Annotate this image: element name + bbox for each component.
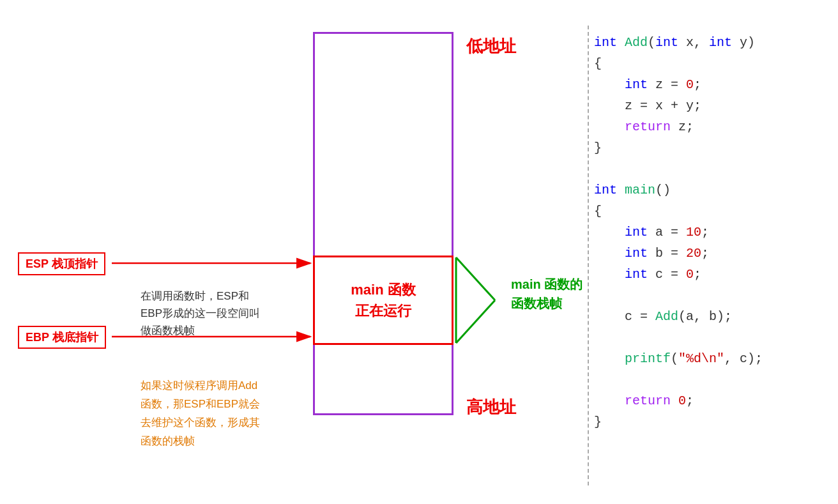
code-line-blank1 <box>594 158 763 179</box>
stack-frame-label: main 函数的 函数栈帧 <box>511 275 583 313</box>
divider-line <box>588 26 589 485</box>
svg-line-5 <box>456 300 495 343</box>
high-address-label: 高地址 <box>466 396 516 418</box>
code-line-blank2 <box>594 285 763 306</box>
code-section: int Add(int x, int y) { int z = 0; z = x… <box>594 32 763 432</box>
diagram-container: main 函数 正在运行 低地址 高地址 ESP 栈顶指针 EBP 栈底指针 在… <box>0 0 838 504</box>
code-line-15: } <box>594 411 763 432</box>
middle-annotation: 在调用函数时，ESP和 EBP形成的这一段空间叫 做函数栈帧 <box>141 287 300 340</box>
code-line-6: } <box>594 137 763 158</box>
code-line-5: return z; <box>594 116 763 137</box>
bottom-annotation: 如果这时候程序调用Add 函数，那ESP和EBP就会 去维护这个函数，形成其 函… <box>141 377 307 451</box>
esp-label-box: ESP 栈顶指针 <box>18 252 105 275</box>
code-line-blank4 <box>594 369 763 390</box>
code-line-10: int b = 20; <box>594 243 763 264</box>
code-line-3: int z = 0; <box>594 74 763 95</box>
code-line-14: return 0; <box>594 390 763 411</box>
code-line-blank3 <box>594 327 763 348</box>
code-line-13: printf("%d\n", c); <box>594 348 763 369</box>
svg-line-4 <box>456 257 495 300</box>
code-line-9: int a = 10; <box>594 222 763 243</box>
code-line-8: { <box>594 201 763 222</box>
code-line-12: c = Add(a, b); <box>594 306 763 327</box>
ebp-label-box: EBP 栈底指针 <box>18 326 106 349</box>
code-line-11: int c = 0; <box>594 264 763 285</box>
code-line-2: { <box>594 53 763 74</box>
stack-box <box>313 32 453 415</box>
code-line-1: int Add(int x, int y) <box>594 32 763 53</box>
main-func-label: main 函数 正在运行 <box>351 279 415 321</box>
code-line-4: z = x + y; <box>594 95 763 116</box>
main-func-box: main 函数 正在运行 <box>313 256 453 345</box>
low-address-label: 低地址 <box>466 35 516 57</box>
code-line-7: int main() <box>594 179 763 201</box>
